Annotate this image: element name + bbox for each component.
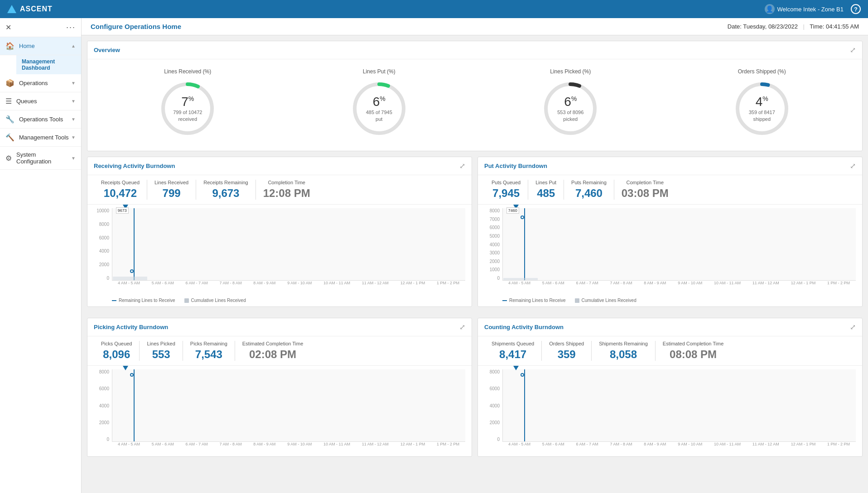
picking-burndown-title: Picking Activity Burndown — [94, 324, 168, 330]
put-burndown-expand-icon[interactable]: ⤢ — [850, 162, 856, 170]
chevron-down-icon: ▼ — [71, 135, 76, 140]
gauge-lines-picked-label: Lines Picked (%) — [530, 68, 611, 75]
sidebar-item-mgmt-dashboard[interactable]: Management Dashboard — [16, 55, 81, 74]
put-chart-plot: 7460 — [502, 208, 856, 281]
chevron-down-icon: ▼ — [71, 156, 76, 161]
put-chart-inner: 8000 7000 6000 5000 4000 3000 2000 1000 … — [484, 208, 856, 290]
management-tools-icon: 🔨 — [5, 133, 14, 142]
receiving-chart-yaxis: 10000 8000 6000 4000 2000 0 — [94, 208, 111, 281]
receiving-lines-received: Lines Received 799 — [147, 180, 196, 200]
receiving-legend-dot-bar — [184, 298, 189, 303]
picking-completion-time-value: 02:08 PM — [242, 348, 304, 361]
receiving-receipts-remaining-label: Receipts Remaining — [203, 180, 248, 185]
picking-chart-dot — [130, 373, 134, 377]
counting-burndown-expand-icon[interactable]: ⤢ — [850, 323, 856, 331]
page-title: Configure Operations Home — [91, 23, 181, 30]
sidebar-item-management-tools-left: 🔨 Management Tools — [5, 133, 69, 142]
picking-burndown-header: Picking Activity Burndown ⤢ — [87, 318, 472, 336]
put-burndown-stats: Puts Queued 7,945 Lines Put 485 Puts Rem… — [478, 175, 862, 205]
counting-burndown-panel: Counting Activity Burndown ⤢ Shipments Q… — [477, 318, 863, 457]
counting-chart-yaxis: 8000 6000 4000 2000 0 — [484, 369, 502, 442]
chevron-down-icon: ▼ — [71, 81, 76, 86]
sidebar-item-home-left: 🏠 Home — [5, 42, 35, 50]
overview-panel-title: Overview — [94, 47, 120, 53]
put-puts-remaining-label: Puts Remaining — [571, 180, 607, 185]
put-chart-bars — [503, 208, 856, 280]
put-lines-put-label: Lines Put — [535, 180, 556, 185]
app-name: ASCENT — [20, 5, 53, 13]
receiving-burndown-expand-icon[interactable]: ⤢ — [459, 162, 465, 170]
gauge-lines-picked: Lines Picked (%) 6% 553 of 8096picked — [530, 68, 611, 142]
receiving-burndown-panel: Receiving Activity Burndown ⤢ Receipts Q… — [87, 157, 472, 307]
put-legend-dot-line — [502, 300, 507, 301]
picking-lines-picked-label: Lines Picked — [147, 341, 175, 346]
picking-burndown-expand-icon[interactable]: ⤢ — [459, 323, 465, 331]
gauge-lines-put-sub: 485 of 7945put — [366, 109, 392, 123]
put-completion-time: Completion Time 03:08 PM — [614, 180, 676, 200]
picking-picks-queued-label: Picks Queued — [101, 341, 132, 346]
sidebar-item-operations-left: 📦 Operations — [5, 79, 48, 87]
bottom-burndown-grid: Picking Activity Burndown ⤢ Picks Queued… — [87, 318, 863, 462]
overview-expand-icon[interactable]: ⤢ — [850, 46, 856, 54]
receiving-receipts-queued-value: 10,472 — [101, 187, 140, 200]
main-layout: ✕ ··· 🏠 Home ▲ Management Dashboard 📦 Op… — [0, 18, 868, 493]
put-chart-area: 8000 7000 6000 5000 4000 3000 2000 1000 … — [478, 205, 862, 295]
sidebar-item-queues-left: ☰ Queues — [5, 97, 37, 105]
topbar-meta: Date: Tuesday, 08/23/2022 | Time: 04:41:… — [728, 23, 859, 30]
picking-picks-remaining: Picks Remaining 7,543 — [183, 341, 235, 361]
overview-gauges: Lines Received (%) 7% 799 of 10472receiv… — [87, 59, 862, 151]
sidebar-item-operations[interactable]: 📦 Operations ▼ — [0, 74, 81, 92]
content-area: Overview ⤢ Lines Received (%) — [82, 35, 868, 473]
counting-orders-shipped: Orders Shipped 359 — [542, 341, 592, 361]
sidebar-item-operations-tools[interactable]: 🔧 Operations Tools ▼ — [0, 110, 81, 129]
counting-chart-dot — [521, 373, 524, 377]
picking-picks-queued: Picks Queued 8,096 — [94, 341, 140, 361]
receiving-chart-inner: 10000 8000 6000 4000 2000 0 — [94, 208, 465, 290]
sidebar-item-management-tools[interactable]: 🔨 Management Tools ▼ — [0, 129, 81, 147]
overview-panel-header: Overview ⤢ — [87, 41, 862, 59]
gauge-orders-shipped-sub: 359 of 8417shipped — [749, 109, 775, 123]
user-avatar-icon: 👤 — [765, 4, 775, 14]
gauge-lines-received: Lines Received (%) 7% 799 of 10472receiv… — [147, 68, 228, 142]
counting-shipments-queued: Shipments Queued 8,417 — [484, 341, 542, 361]
help-icon[interactable]: ? — [851, 4, 861, 14]
gauge-orders-shipped-label: Orders Shipped (%) — [721, 68, 803, 75]
picking-lines-picked-value: 553 — [147, 348, 175, 361]
sidebar-item-queues[interactable]: ☰ Queues ▼ — [0, 92, 81, 110]
put-puts-queued-value: 7,945 — [492, 187, 521, 200]
operations-icon: 📦 — [5, 79, 14, 87]
counting-chart-inner: 8000 6000 4000 2000 0 — [484, 369, 856, 451]
picking-lines-picked: Lines Picked 553 — [140, 341, 183, 361]
gauge-lines-put: Lines Put (%) 6% 485 of 7945put — [338, 68, 420, 142]
picking-chart-area: 8000 6000 4000 2000 0 — [87, 366, 472, 456]
receiving-chart-xaxis: 4 AM - 5 AM 5 AM - 6 AM 6 AM - 7 AM 7 AM… — [112, 281, 465, 290]
sidebar-header: ✕ ··· — [0, 18, 81, 37]
overview-panel: Overview ⤢ Lines Received (%) — [87, 41, 863, 151]
counting-completion-time-label: Estimated Completion Time — [663, 341, 724, 346]
close-icon[interactable]: ✕ — [5, 23, 11, 32]
meta-divider: | — [803, 23, 805, 30]
receiving-receipts-queued: Receipts Queued 10,472 — [94, 180, 147, 200]
gauge-lines-received-pct: 7% — [173, 95, 202, 109]
receiving-receipts-remaining: Receipts Remaining 9,673 — [196, 180, 256, 200]
put-burndown-panel: Put Activity Burndown ⤢ Puts Queued 7,94… — [477, 157, 863, 307]
sidebar-item-operations-tools-left: 🔧 Operations Tools — [5, 115, 63, 124]
dots-menu-icon[interactable]: ··· — [66, 23, 76, 32]
receiving-burndown-stats: Receipts Queued 10,472 Lines Received 79… — [87, 175, 472, 205]
sidebar-item-system-config[interactable]: ⚙ System Configuration ▼ — [0, 147, 81, 170]
counting-completion-time-value: 08:08 PM — [663, 348, 724, 361]
gauge-lines-picked-sub: 553 of 8096picked — [557, 109, 583, 123]
sidebar: ✕ ··· 🏠 Home ▲ Management Dashboard 📦 Op… — [0, 18, 82, 493]
gauge-lines-received-sub: 799 of 10472received — [173, 109, 202, 123]
sidebar-home-sub: Management Dashboard — [0, 55, 81, 74]
put-legend-line-label: Remaining Lines to Receive — [509, 298, 566, 303]
welcome-text: Welcome Intek - Zone B1 — [777, 6, 844, 13]
sidebar-item-home[interactable]: 🏠 Home ▲ — [0, 37, 81, 55]
app-logo: ASCENT — [7, 5, 53, 13]
put-legend-line: Remaining Lines to Receive — [502, 298, 566, 303]
picking-completion-time: Estimated Completion Time 02:08 PM — [235, 341, 311, 361]
counting-chart-plot — [502, 369, 856, 442]
put-completion-time-label: Completion Time — [622, 180, 669, 185]
picking-chart-yaxis: 8000 6000 4000 2000 0 — [94, 369, 111, 442]
logo-triangle-icon — [7, 5, 16, 13]
